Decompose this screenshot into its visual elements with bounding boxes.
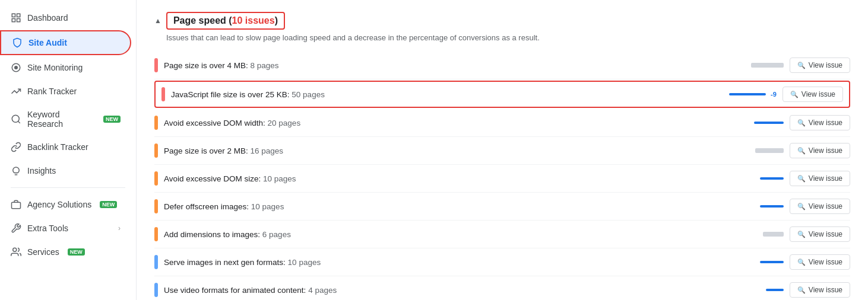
view-issue-button[interactable]: 🔍 View issue: [790, 143, 850, 158]
sidebar-item-services[interactable]: Services NEW: [0, 241, 131, 263]
view-issue-label: View issue: [809, 119, 842, 127]
search-icon: 🔍: [797, 119, 806, 127]
issue-row: Page size is over 2 MB: 16 pages 🔍 View …: [154, 137, 850, 165]
page-count: 50 pages: [292, 90, 325, 99]
svg-rect-8: [12, 202, 21, 209]
sidebar-item-label: Dashboard: [27, 13, 68, 23]
view-issue-button[interactable]: 🔍 View issue: [790, 171, 850, 186]
svg-rect-2: [12, 19, 15, 22]
search-icon: 🔍: [797, 203, 806, 210]
shield-icon: [12, 37, 23, 48]
issue-indicator: [154, 227, 158, 241]
issue-text: Add dimensions to images: 6 pages: [164, 230, 730, 239]
issue-bar: [754, 122, 784, 124]
view-issue-label: View issue: [809, 258, 842, 266]
issue-bar-container: [736, 261, 784, 263]
svg-rect-0: [12, 14, 15, 17]
view-issue-button[interactable]: 🔍 View issue: [790, 282, 850, 298]
page-count: 10 pages: [288, 258, 321, 267]
new-badge: NEW: [100, 201, 117, 208]
sidebar-item-label: Site Monitoring: [27, 63, 83, 72]
issue-row: JavaScript file size is over 25 KB: 50 p…: [154, 81, 850, 108]
search-key-icon: [11, 114, 21, 125]
issue-text: Page size is over 2 MB: 16 pages: [164, 146, 730, 155]
issue-bar-container: [736, 177, 784, 180]
view-issue-button[interactable]: 🔍 View issue: [790, 199, 850, 214]
search-icon: 🔍: [797, 286, 806, 294]
sidebar-item-site-monitoring[interactable]: Site Monitoring: [0, 56, 131, 79]
svg-point-6: [12, 115, 19, 122]
view-issue-label: View issue: [809, 202, 842, 210]
issue-bar-container: -9: [729, 91, 777, 98]
new-badge: NEW: [68, 248, 85, 256]
sidebar-item-backlink-tracker[interactable]: Backlink Tracker: [0, 136, 131, 158]
delta-badge: -9: [771, 91, 777, 98]
view-issue-button[interactable]: 🔍 View issue: [783, 87, 843, 102]
briefcase-icon: [11, 199, 21, 210]
issue-bar: [760, 177, 784, 180]
issue-bar: [751, 63, 784, 68]
view-issue-button[interactable]: 🔍 View issue: [790, 58, 850, 73]
sidebar-item-insights[interactable]: Insights: [0, 159, 131, 182]
issue-text: Defer offscreen images: 10 pages: [164, 202, 730, 211]
sidebar-item-dashboard[interactable]: Dashboard: [0, 7, 131, 29]
search-icon: 🔍: [797, 147, 806, 155]
view-issue-label: View issue: [809, 286, 842, 294]
issue-indicator: [154, 199, 158, 213]
page-count: 20 pages: [268, 119, 301, 127]
issue-row: Defer offscreen images: 10 pages 🔍 View …: [154, 193, 850, 221]
svg-rect-1: [17, 14, 20, 17]
svg-line-7: [18, 121, 20, 123]
sidebar-item-extra-tools[interactable]: Extra Tools ›: [0, 217, 131, 240]
sidebar: Dashboard Site Audit Site Monitoring Ran…: [0, 0, 137, 300]
search-icon: 🔍: [797, 231, 806, 238]
search-icon: 🔍: [790, 91, 799, 98]
sidebar-item-label: Insights: [27, 166, 56, 175]
issues-list: Page size is over 4 MB: 8 pages 🔍 View i…: [154, 52, 850, 300]
issue-bar: [760, 261, 784, 263]
view-issue-label: View issue: [809, 146, 842, 155]
svg-point-5: [15, 66, 18, 69]
circle-dot-icon: [11, 62, 21, 73]
sidebar-item-site-audit[interactable]: Site Audit: [0, 30, 131, 55]
page-count: 16 pages: [251, 146, 284, 155]
users-icon: [11, 247, 21, 257]
new-badge: NEW: [103, 116, 121, 123]
issue-text: Page size is over 4 MB: 8 pages: [164, 61, 730, 70]
view-issue-button[interactable]: 🔍 View issue: [790, 115, 850, 130]
lightbulb-icon: [11, 165, 21, 176]
sidebar-divider: [11, 187, 125, 188]
view-issue-label: View issue: [809, 174, 842, 183]
link-icon: [11, 142, 21, 152]
view-issue-button[interactable]: 🔍 View issue: [790, 254, 850, 270]
issue-bar: [729, 93, 766, 95]
sidebar-item-rank-tracker[interactable]: Rank Tracker: [0, 80, 131, 103]
sidebar-item-keyword-research[interactable]: Keyword Research NEW: [0, 104, 131, 135]
section-description: Issues that can lead to slow page loadin…: [154, 33, 850, 42]
page-count: 8 pages: [251, 61, 279, 70]
page-count: 4 pages: [308, 286, 337, 295]
issue-text: Serve images in next gen formats: 10 pag…: [164, 258, 730, 267]
issue-bar-container: [736, 122, 784, 124]
issue-text: Avoid excessive DOM size: 10 pages: [164, 174, 730, 183]
issue-row: Page size is over 4 MB: 8 pages 🔍 View i…: [154, 52, 850, 79]
issue-row: Avoid excessive DOM size: 10 pages 🔍 Vie…: [154, 165, 850, 193]
tools-icon: [11, 223, 21, 234]
issue-indicator: [154, 255, 158, 269]
chevron-right-icon: ›: [118, 224, 121, 232]
issue-bar-container: [736, 148, 784, 153]
sidebar-item-label: Keyword Research: [27, 110, 95, 129]
issue-indicator: [154, 143, 158, 158]
issue-bar-container: [736, 289, 784, 291]
view-issue-button[interactable]: 🔍 View issue: [790, 226, 850, 242]
issue-indicator: [154, 116, 158, 130]
svg-point-9: [13, 248, 17, 251]
issue-row: Avoid excessive DOM width: 20 pages 🔍 Vi…: [154, 109, 850, 137]
issue-text: Use video formats for animated content: …: [164, 286, 730, 295]
view-issue-label: View issue: [809, 61, 842, 69]
issue-bar: [763, 232, 784, 237]
collapse-toggle[interactable]: ▲: [154, 17, 161, 25]
trending-icon: [11, 86, 21, 97]
sidebar-item-label: Services: [27, 247, 59, 257]
sidebar-item-agency-solutions[interactable]: Agency Solutions NEW: [0, 193, 131, 216]
